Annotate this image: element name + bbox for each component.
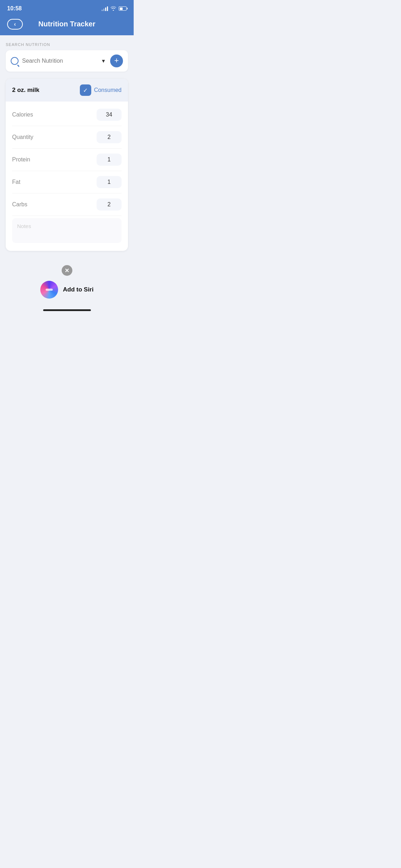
fat-label: Fat bbox=[12, 179, 20, 185]
quantity-value: 2 bbox=[97, 131, 122, 143]
search-bar[interactable]: ▼ + bbox=[6, 50, 128, 72]
add-to-siri-button[interactable]: Add to Siri bbox=[40, 281, 94, 299]
home-indicator bbox=[6, 309, 128, 314]
fat-value: 1 bbox=[97, 176, 122, 188]
plus-icon: + bbox=[114, 57, 119, 64]
status-icons bbox=[102, 6, 127, 12]
notes-placeholder: Notes bbox=[17, 223, 31, 229]
consumed-button[interactable]: ✓ Consumed bbox=[80, 84, 122, 96]
table-row: Protein 1 bbox=[12, 149, 122, 171]
app-header: ‹ Nutrition Tracker bbox=[0, 16, 134, 35]
page-title: Nutrition Tracker bbox=[38, 20, 95, 28]
back-button[interactable]: ‹ bbox=[7, 19, 23, 30]
protein-value: 1 bbox=[97, 154, 122, 166]
chevron-down-icon[interactable]: ▼ bbox=[101, 58, 106, 64]
home-bar bbox=[43, 309, 91, 311]
calories-value: 34 bbox=[97, 109, 122, 121]
table-row: Quantity 2 bbox=[12, 126, 122, 149]
food-name: 2 oz. milk bbox=[12, 87, 40, 94]
siri-area: ✕ Add to Siri bbox=[6, 251, 128, 299]
status-bar: 10:58 bbox=[0, 0, 134, 16]
siri-label: Add to Siri bbox=[63, 286, 94, 293]
search-section-label: SEARCH NUTRITION bbox=[6, 42, 128, 47]
main-content: SEARCH NUTRITION ▼ + 2 oz. milk ✓ Consum… bbox=[0, 35, 134, 321]
siri-icon bbox=[40, 281, 58, 299]
nutrition-card: 2 oz. milk ✓ Consumed Calories 34 Quanti… bbox=[6, 79, 128, 251]
card-header: 2 oz. milk ✓ Consumed bbox=[6, 79, 128, 102]
table-row: Calories 34 bbox=[12, 104, 122, 126]
search-input[interactable] bbox=[22, 58, 101, 64]
siri-dismiss-button[interactable]: ✕ bbox=[62, 265, 72, 276]
add-button[interactable]: + bbox=[110, 55, 123, 67]
consumed-label: Consumed bbox=[94, 87, 122, 93]
carbs-label: Carbs bbox=[12, 201, 27, 208]
signal-icon bbox=[102, 6, 108, 11]
consumed-check-icon: ✓ bbox=[80, 84, 91, 96]
calories-label: Calories bbox=[12, 112, 33, 118]
protein-label: Protein bbox=[12, 156, 30, 163]
checkmark-icon: ✓ bbox=[83, 87, 88, 94]
battery-icon bbox=[119, 6, 127, 11]
close-icon: ✕ bbox=[65, 267, 69, 274]
search-icon bbox=[11, 57, 19, 65]
quantity-label: Quantity bbox=[12, 134, 34, 140]
nutrition-rows: Calories 34 Quantity 2 Protein 1 Fat 1 C… bbox=[6, 102, 128, 251]
table-row: Fat 1 bbox=[12, 171, 122, 193]
carbs-value: 2 bbox=[97, 198, 122, 211]
table-row: Carbs 2 bbox=[12, 193, 122, 216]
notes-input[interactable]: Notes bbox=[12, 218, 122, 243]
back-arrow-icon: ‹ bbox=[14, 21, 16, 27]
wifi-icon bbox=[110, 6, 117, 12]
status-time: 10:58 bbox=[7, 5, 22, 12]
